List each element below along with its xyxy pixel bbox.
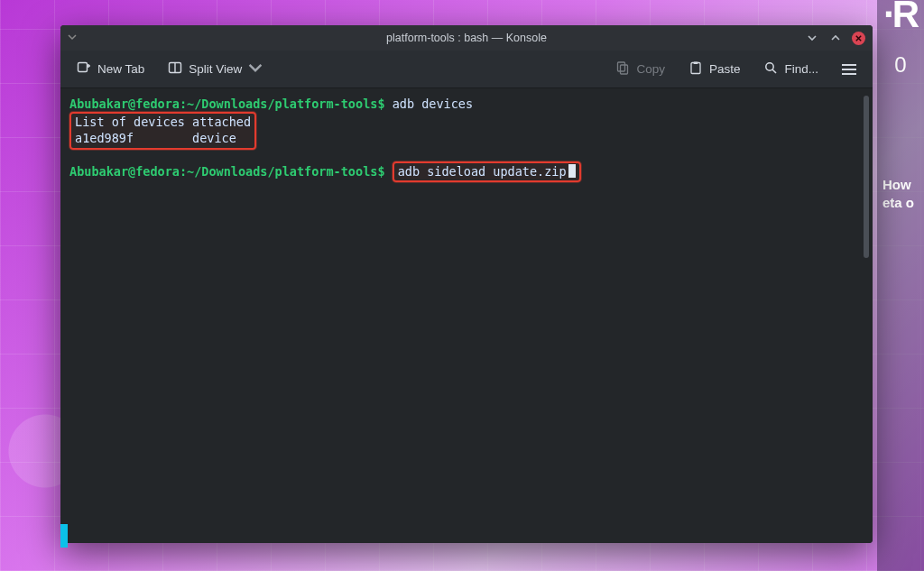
svg-rect-4	[621, 65, 628, 74]
maximize-button[interactable]	[828, 31, 843, 45]
dock-logo: ·R	[883, 0, 918, 36]
paste-button[interactable]: Paste	[683, 56, 746, 82]
highlight-box-1: List of devices attached a1ed989f device	[69, 112, 256, 149]
close-button[interactable]	[852, 32, 865, 45]
right-dock: ·R 0 How eta o	[877, 0, 924, 571]
split-view-label: Split View	[189, 62, 242, 76]
dock-text: How eta o	[882, 176, 914, 211]
konsole-window: platform-tools : bash — Konsole New Tab …	[60, 25, 873, 543]
paste-icon	[688, 60, 703, 78]
app-menu-icon[interactable]	[68, 33, 77, 42]
terminal-line: Abubakar@fedora:~/Downloads/platform-too…	[69, 161, 864, 182]
copy-button[interactable]: Copy	[610, 56, 670, 82]
svg-point-7	[766, 63, 773, 70]
command-text: adb sideload update.zip	[398, 164, 567, 179]
highlight-box-2: adb sideload update.zip	[393, 161, 581, 182]
new-tab-button[interactable]: New Tab	[71, 56, 150, 82]
svg-rect-6	[693, 62, 698, 65]
toolbar: New Tab Split View Copy Paste	[60, 51, 873, 88]
find-label: Find...	[784, 62, 818, 76]
blank-line	[69, 150, 864, 161]
scrollbar[interactable]	[864, 96, 869, 258]
hamburger-icon	[842, 64, 856, 75]
terminal-area[interactable]: Abubakar@fedora:~/Downloads/platform-too…	[60, 88, 873, 543]
search-icon	[763, 60, 778, 78]
find-button[interactable]: Find...	[758, 56, 824, 82]
copy-label: Copy	[636, 62, 665, 76]
svg-line-8	[773, 69, 777, 73]
split-view-button[interactable]: Split View	[162, 56, 268, 82]
minimize-button[interactable]	[805, 31, 819, 45]
dock-counter: 0	[894, 52, 906, 78]
svg-rect-0	[79, 63, 88, 72]
cursor	[568, 164, 576, 178]
chevron-down-icon	[248, 60, 263, 78]
svg-rect-5	[691, 63, 700, 74]
paste-label: Paste	[709, 62, 741, 76]
device-id: a1ed989f	[75, 131, 134, 145]
hamburger-menu-button[interactable]	[836, 60, 862, 79]
copy-icon	[615, 60, 630, 78]
command-text: adb devices	[393, 97, 473, 111]
split-view-icon	[168, 60, 182, 78]
output-text: List of devices attached	[75, 115, 251, 129]
svg-rect-3	[618, 62, 625, 71]
device-status: device	[192, 131, 236, 145]
window-title: platform-tools : bash — Konsole	[60, 32, 873, 44]
new-tab-icon	[77, 60, 91, 78]
window-titlebar[interactable]: platform-tools : bash — Konsole	[60, 25, 873, 51]
new-tab-label: New Tab	[97, 62, 144, 76]
window-controls	[805, 31, 865, 45]
terminal-line: Abubakar@fedora:~/Downloads/platform-too…	[69, 96, 864, 112]
taskbar-active-indicator	[60, 524, 68, 548]
